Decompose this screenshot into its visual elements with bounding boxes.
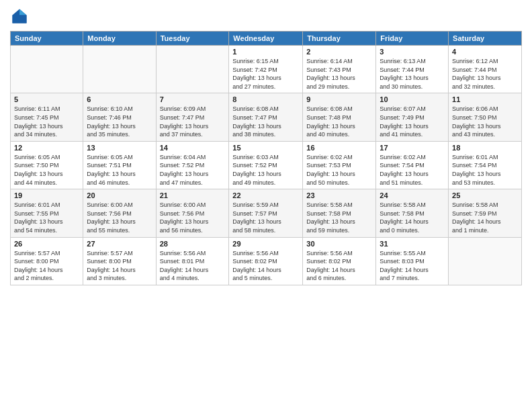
day-number: 9 [306,95,372,103]
calendar-cell: 3Sunrise: 6:13 AM Sunset: 7:44 PM Daylig… [376,46,449,93]
calendar-cell: 28Sunrise: 5:56 AM Sunset: 8:01 PM Dayli… [156,237,229,285]
day-number: 7 [160,95,226,103]
weekday-header-tuesday: Tuesday [156,32,229,46]
day-info: Sunrise: 6:00 AM Sunset: 7:56 PM Dayligh… [160,201,226,234]
calendar-cell: 17Sunrise: 6:02 AM Sunset: 7:54 PM Dayli… [376,141,449,189]
day-number: 10 [380,95,445,103]
calendar-cell: 4Sunrise: 6:12 AM Sunset: 7:44 PM Daylig… [449,46,522,93]
week-row-5: 26Sunrise: 5:57 AM Sunset: 8:00 PM Dayli… [11,237,522,285]
page: SundayMondayTuesdayWednesdayThursdayFrid… [0,0,532,411]
day-info: Sunrise: 5:58 AM Sunset: 7:59 PM Dayligh… [452,201,518,234]
day-number: 15 [232,144,299,152]
day-number: 27 [87,240,152,248]
calendar-cell: 1Sunrise: 6:15 AM Sunset: 7:42 PM Daylig… [229,46,303,93]
calendar-cell: 2Sunrise: 6:14 AM Sunset: 7:43 PM Daylig… [303,46,376,93]
calendar-cell: 20Sunrise: 6:00 AM Sunset: 7:56 PM Dayli… [83,189,156,237]
day-info: Sunrise: 6:02 AM Sunset: 7:53 PM Dayligh… [306,153,372,187]
day-number: 4 [452,48,518,56]
calendar-cell: 15Sunrise: 6:03 AM Sunset: 7:52 PM Dayli… [229,141,303,189]
logo [10,7,32,26]
week-row-4: 19Sunrise: 6:01 AM Sunset: 7:55 PM Dayli… [11,189,522,237]
day-info: Sunrise: 6:12 AM Sunset: 7:44 PM Dayligh… [452,57,518,91]
day-number: 2 [306,48,372,56]
day-info: Sunrise: 5:58 AM Sunset: 7:58 PM Dayligh… [306,201,372,234]
day-number: 19 [14,191,79,199]
calendar-cell: 26Sunrise: 5:57 AM Sunset: 8:00 PM Dayli… [11,237,83,285]
calendar-cell: 19Sunrise: 6:01 AM Sunset: 7:55 PM Dayli… [11,189,83,237]
day-info: Sunrise: 5:59 AM Sunset: 7:57 PM Dayligh… [232,201,299,234]
calendar-cell [83,46,156,93]
day-number: 31 [380,240,445,248]
day-info: Sunrise: 6:09 AM Sunset: 7:47 PM Dayligh… [160,105,226,138]
day-number: 23 [306,191,372,199]
day-info: Sunrise: 5:57 AM Sunset: 8:00 PM Dayligh… [14,249,79,283]
calendar-cell: 10Sunrise: 6:07 AM Sunset: 7:49 PM Dayli… [376,93,449,141]
day-info: Sunrise: 6:11 AM Sunset: 7:45 PM Dayligh… [14,105,79,138]
day-number: 20 [87,191,152,199]
svg-marker-1 [19,9,27,15]
day-info: Sunrise: 6:08 AM Sunset: 7:48 PM Dayligh… [306,105,372,138]
calendar-cell: 13Sunrise: 6:05 AM Sunset: 7:51 PM Dayli… [83,141,156,189]
weekday-header-thursday: Thursday [303,32,376,46]
calendar-cell: 22Sunrise: 5:59 AM Sunset: 7:57 PM Dayli… [229,189,303,237]
calendar-cell: 11Sunrise: 6:06 AM Sunset: 7:50 PM Dayli… [449,93,522,141]
week-row-1: 1Sunrise: 6:15 AM Sunset: 7:42 PM Daylig… [11,46,522,93]
weekday-header-friday: Friday [376,32,449,46]
calendar-cell: 31Sunrise: 5:55 AM Sunset: 8:03 PM Dayli… [376,237,449,285]
weekday-header-row: SundayMondayTuesdayWednesdayThursdayFrid… [11,32,522,46]
weekday-header-sunday: Sunday [11,32,83,46]
calendar-cell: 23Sunrise: 5:58 AM Sunset: 7:58 PM Dayli… [303,189,376,237]
svg-rect-2 [13,15,27,24]
calendar-cell [156,46,229,93]
weekday-header-saturday: Saturday [449,32,522,46]
weekday-header-wednesday: Wednesday [229,32,303,46]
header [10,7,522,26]
day-info: Sunrise: 6:10 AM Sunset: 7:46 PM Dayligh… [87,105,152,138]
calendar-cell: 16Sunrise: 6:02 AM Sunset: 7:53 PM Dayli… [303,141,376,189]
calendar-cell: 18Sunrise: 6:01 AM Sunset: 7:54 PM Dayli… [449,141,522,189]
calendar-cell: 29Sunrise: 5:56 AM Sunset: 8:02 PM Dayli… [229,237,303,285]
calendar-cell: 24Sunrise: 5:58 AM Sunset: 7:58 PM Dayli… [376,189,449,237]
calendar-cell: 8Sunrise: 6:08 AM Sunset: 7:47 PM Daylig… [229,93,303,141]
day-info: Sunrise: 6:04 AM Sunset: 7:52 PM Dayligh… [160,153,226,187]
day-info: Sunrise: 5:56 AM Sunset: 8:02 PM Dayligh… [306,249,372,283]
day-number: 22 [232,191,299,199]
day-info: Sunrise: 6:14 AM Sunset: 7:43 PM Dayligh… [306,57,372,91]
day-info: Sunrise: 6:15 AM Sunset: 7:42 PM Dayligh… [232,57,299,91]
calendar-cell [11,46,83,93]
day-number: 11 [452,95,518,103]
calendar-cell [449,237,522,285]
day-info: Sunrise: 6:05 AM Sunset: 7:50 PM Dayligh… [14,153,79,187]
day-number: 30 [306,240,372,248]
day-info: Sunrise: 5:56 AM Sunset: 8:02 PM Dayligh… [232,249,299,283]
day-number: 21 [160,191,226,199]
calendar-cell: 27Sunrise: 5:57 AM Sunset: 8:00 PM Dayli… [83,237,156,285]
day-number: 16 [306,144,372,152]
day-number: 29 [232,240,299,248]
day-number: 18 [452,144,518,152]
day-number: 12 [14,144,79,152]
day-info: Sunrise: 6:03 AM Sunset: 7:52 PM Dayligh… [232,153,299,187]
day-info: Sunrise: 6:00 AM Sunset: 7:56 PM Dayligh… [87,201,152,234]
calendar-cell: 25Sunrise: 5:58 AM Sunset: 7:59 PM Dayli… [449,189,522,237]
calendar-cell: 6Sunrise: 6:10 AM Sunset: 7:46 PM Daylig… [83,93,156,141]
day-info: Sunrise: 6:08 AM Sunset: 7:47 PM Dayligh… [232,105,299,138]
day-number: 24 [380,191,445,199]
day-info: Sunrise: 5:56 AM Sunset: 8:01 PM Dayligh… [160,249,226,283]
week-row-2: 5Sunrise: 6:11 AM Sunset: 7:45 PM Daylig… [11,93,522,141]
day-number: 25 [452,191,518,199]
day-number: 26 [14,240,79,248]
week-row-3: 12Sunrise: 6:05 AM Sunset: 7:50 PM Dayli… [11,141,522,189]
calendar-cell: 5Sunrise: 6:11 AM Sunset: 7:45 PM Daylig… [11,93,83,141]
day-info: Sunrise: 6:01 AM Sunset: 7:55 PM Dayligh… [14,201,79,234]
calendar-cell: 12Sunrise: 6:05 AM Sunset: 7:50 PM Dayli… [11,141,83,189]
day-number: 13 [87,144,152,152]
day-number: 1 [232,48,299,56]
day-number: 8 [232,95,299,103]
logo-icon [10,7,29,26]
day-info: Sunrise: 6:05 AM Sunset: 7:51 PM Dayligh… [87,153,152,187]
calendar-cell: 30Sunrise: 5:56 AM Sunset: 8:02 PM Dayli… [303,237,376,285]
day-number: 3 [380,48,445,56]
day-info: Sunrise: 6:06 AM Sunset: 7:50 PM Dayligh… [452,105,518,138]
day-info: Sunrise: 5:58 AM Sunset: 7:58 PM Dayligh… [380,201,445,234]
